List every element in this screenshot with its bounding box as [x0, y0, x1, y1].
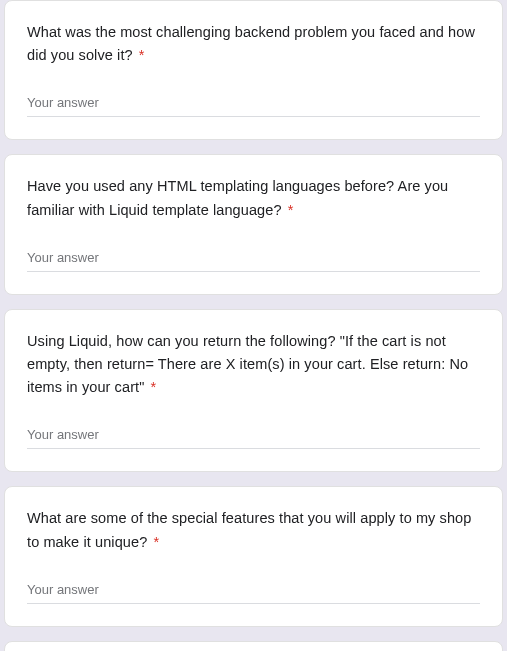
answer-input[interactable] [27, 91, 480, 117]
answer-input[interactable] [27, 423, 480, 449]
answer-input[interactable] [27, 578, 480, 604]
required-marker: * [151, 379, 157, 395]
question-card: What was the most challenging backend pr… [4, 0, 503, 140]
question-text: What was the most challenging backend pr… [27, 21, 480, 67]
question-text: Using Liquid, how can you return the fol… [27, 330, 480, 400]
required-marker: * [288, 202, 294, 218]
question-label: Using Liquid, how can you return the fol… [27, 333, 468, 395]
question-card: Have you used any HTML templating langua… [4, 154, 503, 294]
question-card: What are some of the special features th… [4, 486, 503, 626]
question-card: Can you perform data migration and integ… [4, 641, 503, 651]
question-text: What are some of the special features th… [27, 507, 480, 553]
question-label: What are some of the special features th… [27, 510, 471, 549]
question-label: What was the most challenging backend pr… [27, 24, 475, 63]
answer-input[interactable] [27, 246, 480, 272]
required-marker: * [153, 534, 159, 550]
required-marker: * [139, 47, 145, 63]
question-text: Have you used any HTML templating langua… [27, 175, 480, 221]
question-label: Have you used any HTML templating langua… [27, 178, 448, 217]
question-card: Using Liquid, how can you return the fol… [4, 309, 503, 473]
